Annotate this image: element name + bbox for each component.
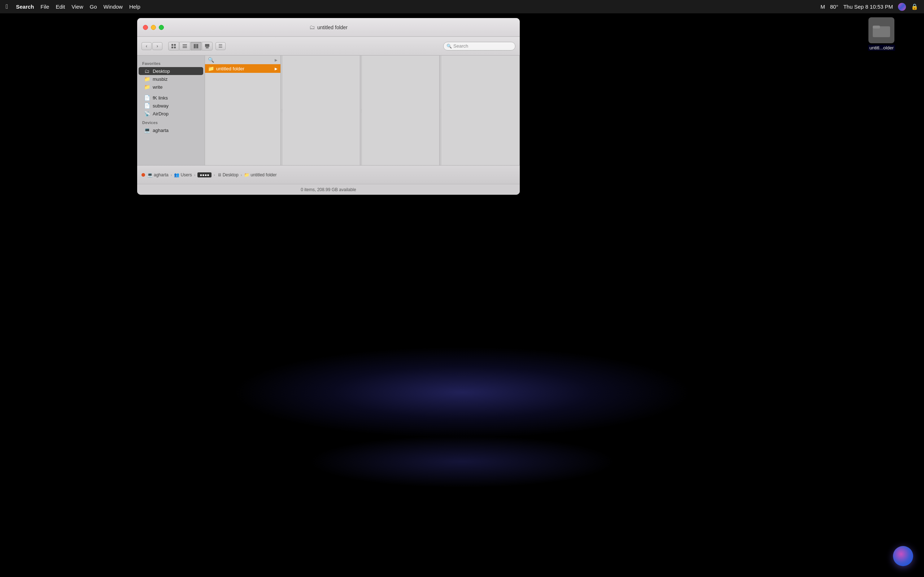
sidebar-item-musbiz[interactable]: 📁 musbiz <box>139 75 203 83</box>
lock-icon: 🔒 <box>911 3 918 10</box>
bc-agharta[interactable]: 💻 agharta <box>147 172 168 177</box>
menubar-view[interactable]: View <box>71 3 83 10</box>
menubar-file[interactable]: File <box>40 3 49 10</box>
search-placeholder: Search <box>453 43 468 49</box>
column1-untitled-folder-item[interactable]: 📁 untitled folder ▶ <box>205 64 281 73</box>
traffic-lights <box>143 25 164 30</box>
column3-empty-space <box>362 56 439 165</box>
siri-corner-icon[interactable] <box>893 546 913 566</box>
menubar-go[interactable]: Go <box>90 3 97 10</box>
siri-icon[interactable] <box>898 3 906 11</box>
fklinks-doc-icon: 📄 <box>144 95 150 101</box>
menubar-window[interactable]: Window <box>103 3 123 10</box>
column-2 <box>283 56 360 165</box>
column1-folder-arrow: ▶ <box>275 67 278 71</box>
status-summary: 0 items, 208.99 GB available <box>300 187 356 192</box>
bc-sep2: › <box>194 173 195 177</box>
column-resizer-2[interactable] <box>360 56 362 165</box>
column2-empty-space <box>283 56 360 165</box>
sidebar-label-airdrop: AirDrop <box>153 111 168 116</box>
toolbar: ‹ › <box>137 37 520 56</box>
agharta-device-icon: 💻 <box>144 127 150 133</box>
sidebar-item-write[interactable]: 📁 write <box>139 83 203 91</box>
menubar-help[interactable]: Help <box>129 3 141 10</box>
search-icon: 🔍 <box>446 44 452 49</box>
menubar-right: M 80° Thu Sep 8 10:53 PM 🔒 <box>821 3 918 11</box>
column1-empty-space <box>205 73 281 165</box>
view-list-button[interactable] <box>179 42 190 50</box>
column-4 <box>441 56 520 165</box>
search-bar[interactable]: 🔍 Search <box>443 42 515 50</box>
desktop-icon-label: untitl...older <box>868 45 895 51</box>
bc-desktop-label: Desktop <box>223 172 239 177</box>
maximize-button[interactable] <box>159 25 164 30</box>
forward-button[interactable]: › <box>152 42 162 50</box>
finder-window: 🗂 untitled folder ‹ › <box>137 18 520 195</box>
favorites-label: Favorites <box>137 58 205 67</box>
bc-users[interactable]: 👥 Users <box>174 172 192 177</box>
bc-untitled-folder-label: untitled folder <box>250 172 276 177</box>
svg-rect-8 <box>183 47 187 48</box>
column-resizer-1[interactable] <box>281 56 283 165</box>
columns-area: 🔍 ▶ 📁 untitled folder ▶ <box>205 56 520 165</box>
title-folder-icon: 🗂 <box>309 24 315 31</box>
column1-folder-icon: 📁 <box>208 66 214 71</box>
svg-rect-5 <box>174 47 176 48</box>
sidebar-item-agharta[interactable]: 💻 agharta <box>139 126 203 134</box>
bc-desktop[interactable]: 🖥 Desktop <box>217 172 239 177</box>
sidebar-label-write: write <box>153 84 162 90</box>
view-column-button[interactable] <box>191 42 201 50</box>
menubar:  Search File Edit View Go Window Help M… <box>0 0 924 13</box>
sidebar-label-desktop: Desktop <box>153 69 170 74</box>
breadcrumb: 💻 agharta › 👥 Users › ●●●● › 🖥 Desktop ›… <box>142 172 276 177</box>
bc-sep4: › <box>241 173 242 177</box>
bc-untitled-folder[interactable]: 📁 untitled folder <box>244 172 276 177</box>
bc-agharta-icon: 💻 <box>147 172 153 177</box>
column-1: 🔍 ▶ 📁 untitled folder ▶ <box>205 56 281 165</box>
airdrop-icon: 📡 <box>144 111 150 116</box>
statusbar: 💻 agharta › 👥 Users › ●●●● › 🖥 Desktop ›… <box>137 165 520 184</box>
desktop-folder-icon-sidebar: 🗂 <box>144 68 150 74</box>
musbiz-folder-icon: 📁 <box>144 76 150 82</box>
svg-rect-12 <box>205 44 209 47</box>
column-resizer-3[interactable] <box>439 56 441 165</box>
close-button[interactable] <box>143 25 148 30</box>
column1-search-item[interactable]: 🔍 ▶ <box>205 56 281 64</box>
bc-users-icon: 👥 <box>174 172 179 177</box>
menubar-left:  Search File Edit View Go Window Help <box>6 3 141 10</box>
minimize-button[interactable] <box>151 25 156 30</box>
bc-desktop-icon: 🖥 <box>217 172 221 177</box>
nav-buttons: ‹ › <box>142 42 162 50</box>
menubar-temp: 80° <box>830 3 838 10</box>
menubar-edit[interactable]: Edit <box>56 3 65 10</box>
sidebar: Favorites 🗂 Desktop 📁 musbiz 📁 write 📄 f… <box>137 56 205 165</box>
svg-rect-13 <box>206 47 208 48</box>
action-button[interactable]: ☰ <box>215 42 226 50</box>
desktop-folder-icon[interactable]: untitl...older <box>868 17 895 51</box>
bc-hidden-user: ●●●● <box>197 172 212 177</box>
apple-menu[interactable]:  <box>6 3 8 10</box>
svg-rect-6 <box>183 44 187 45</box>
menubar-finder[interactable]: Search <box>16 3 34 10</box>
bc-sep1: › <box>171 173 172 177</box>
sidebar-item-subway[interactable]: 📄 subway <box>139 102 203 110</box>
column1-folder-label: untitled folder <box>216 66 273 71</box>
svg-rect-10 <box>195 44 197 48</box>
view-icon-button[interactable] <box>168 42 179 50</box>
column4-empty-space <box>441 56 519 165</box>
svg-rect-2 <box>171 44 173 46</box>
back-button[interactable]: ‹ <box>142 42 152 50</box>
window-title: 🗂 untitled folder <box>309 24 347 31</box>
column1-search-icon: 🔍 <box>208 57 214 63</box>
agharta-red-dot <box>142 173 145 177</box>
bc-sep3: › <box>214 173 215 177</box>
subway-doc-icon: 📄 <box>144 103 150 108</box>
sidebar-item-airdrop[interactable]: 📡 AirDrop <box>139 110 203 118</box>
sidebar-item-desktop[interactable]: 🗂 Desktop <box>139 67 203 75</box>
svg-rect-1 <box>873 26 880 29</box>
write-folder-icon: 📁 <box>144 84 150 90</box>
titlebar: 🗂 untitled folder <box>137 18 520 37</box>
svg-rect-9 <box>194 44 195 48</box>
view-cover-button[interactable] <box>202 42 213 50</box>
sidebar-item-fklinks[interactable]: 📄 fK links <box>139 94 203 102</box>
